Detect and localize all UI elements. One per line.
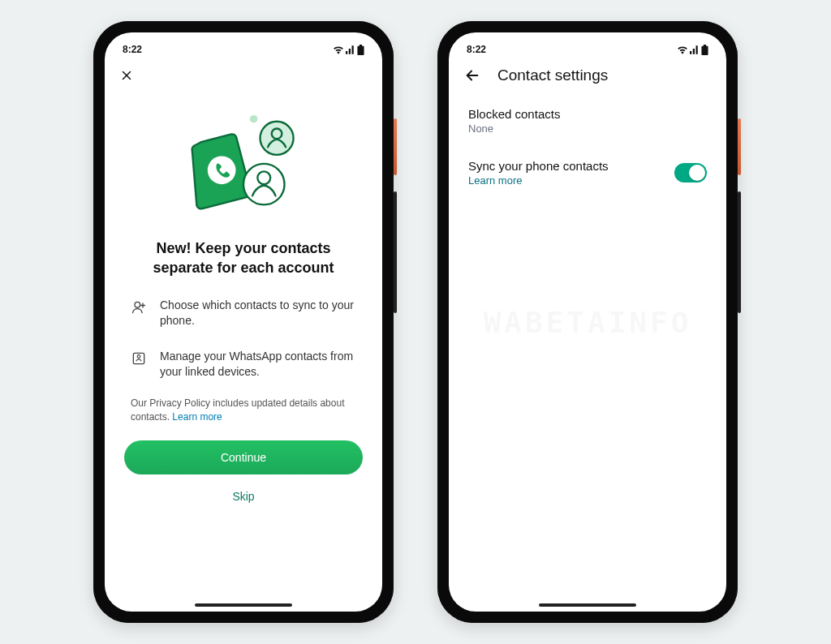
settings-content: Blocked contacts None Sync your phone co… — [449, 94, 726, 612]
onboarding-headline: New! Keep your contacts separate for eac… — [124, 238, 363, 291]
policy-text: Our Privacy Policy includes updated deta… — [131, 397, 344, 423]
gesture-nav-bar[interactable] — [195, 603, 292, 607]
close-button[interactable] — [119, 68, 134, 83]
blocked-contacts-label: Blocked contacts — [468, 107, 707, 121]
svg-point-3 — [208, 156, 236, 184]
svg-point-6 — [135, 302, 140, 307]
app-bar: Contact settings — [449, 57, 726, 94]
wifi-icon — [333, 45, 344, 54]
sync-learn-more-link[interactable]: Learn more — [468, 174, 609, 187]
status-time: 8:22 — [123, 44, 142, 55]
feature-devices: Manage your WhatsApp contacts from your … — [124, 342, 363, 393]
signal-icon — [690, 45, 700, 54]
policy-learn-more-link[interactable]: Learn more — [172, 411, 222, 423]
gesture-nav-bar[interactable] — [539, 603, 636, 607]
arrow-back-icon — [463, 67, 481, 84]
screen-left: 8:22 — [105, 32, 382, 612]
volume-button — [394, 191, 397, 313]
sync-contacts-label: Sync your phone contacts — [468, 159, 609, 173]
status-icons — [333, 45, 364, 55]
signal-icon — [346, 45, 355, 54]
sync-contacts-toggle[interactable] — [674, 163, 707, 182]
screen-right: WABETAINFO 8:22 Contact settings Blocked… — [449, 32, 726, 612]
toggle-knob — [689, 165, 705, 181]
back-button[interactable] — [463, 67, 481, 84]
status-time: 8:22 — [467, 44, 486, 55]
status-bar: 8:22 — [449, 32, 726, 57]
feature-sync-text: Choose which contacts to sync to your ph… — [160, 298, 356, 329]
wifi-icon — [677, 45, 688, 54]
privacy-policy-note: Our Privacy Policy includes updated deta… — [124, 393, 363, 440]
onboarding-content: New! Keep your contacts separate for eac… — [105, 94, 382, 612]
battery-icon — [357, 45, 364, 55]
feature-devices-text: Manage your WhatsApp contacts from your … — [160, 349, 356, 380]
person-add-icon — [131, 298, 147, 316]
status-bar: 8:22 — [105, 32, 382, 57]
contacts-illustration-icon — [166, 109, 321, 230]
close-icon — [119, 68, 134, 83]
blocked-contacts-value: None — [468, 122, 707, 135]
devices-icon — [131, 349, 147, 367]
hero-illustration — [124, 94, 363, 238]
svg-point-8 — [137, 354, 140, 358]
phone-frame-left: 8:22 — [93, 21, 394, 623]
skip-button[interactable]: Skip — [124, 489, 363, 504]
phone-frame-right: WABETAINFO 8:22 Contact settings Blocked… — [437, 21, 738, 623]
continue-button[interactable]: Continue — [124, 440, 363, 474]
volume-button — [738, 191, 741, 313]
power-button — [394, 118, 397, 175]
feature-sync: Choose which contacts to sync to your ph… — [124, 291, 363, 342]
app-bar — [105, 57, 382, 94]
page-title: Contact settings — [497, 67, 608, 84]
sync-contacts-row: Sync your phone contacts Learn more — [468, 148, 707, 198]
status-icons — [677, 45, 708, 55]
blocked-contacts-row[interactable]: Blocked contacts None — [468, 94, 707, 148]
svg-point-0 — [250, 115, 257, 122]
battery-icon — [701, 45, 708, 55]
power-button — [738, 118, 741, 175]
